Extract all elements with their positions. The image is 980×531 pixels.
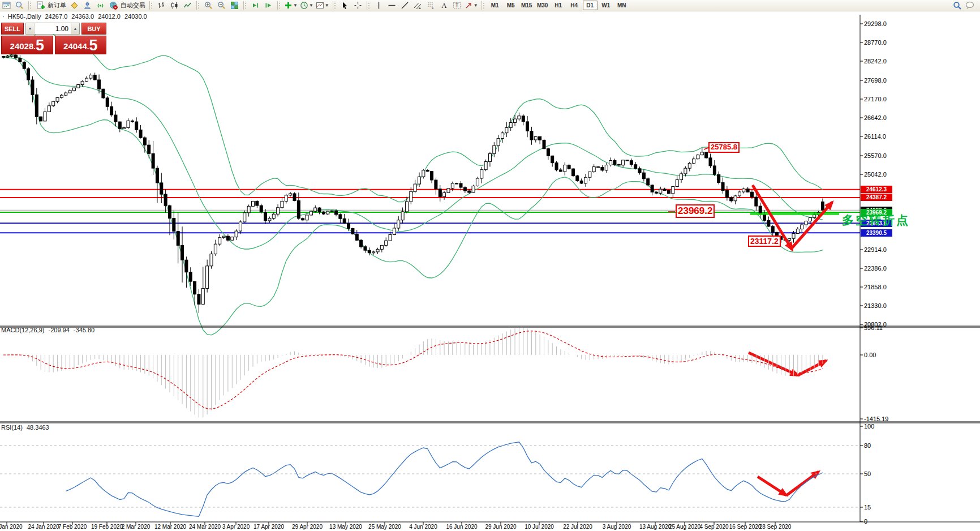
chart-bullet-icon: ·	[2, 13, 5, 20]
date-label: 16 Jun 2020	[446, 524, 477, 530]
price-tick-label: 27170.0	[864, 96, 887, 102]
date-label: 4 Jun 2020	[409, 524, 437, 530]
pane-frame	[0, 15, 980, 525]
price-tick-label: 26642.0	[864, 114, 887, 121]
price-tag-24387.2: 24387.2	[861, 194, 892, 201]
date-label: 7 Feb 2020	[58, 524, 87, 530]
date-label: 14 Jan 2020	[0, 524, 23, 530]
macd-tick-label: -1415.19	[864, 416, 888, 422]
bollinger-bands	[3, 29, 823, 335]
date-label: 24 Mar 2020	[189, 524, 221, 530]
date-label: 29 Apr 2020	[292, 524, 323, 530]
date-label: 22 Jul 2020	[563, 524, 592, 530]
rsi-pane	[0, 442, 860, 517]
macd-label: MACD(12,26,9) -209.94 -345.80	[1, 327, 94, 333]
rsi-tick-label: 80	[864, 442, 871, 449]
sell-price-main: 24028	[10, 40, 34, 53]
macd-pane	[3, 328, 823, 418]
date-label: 17 Apr 2020	[253, 524, 284, 530]
ohlc-close: 24030.0	[124, 13, 147, 20]
ohlc-open: 24267.0	[45, 13, 67, 20]
date-label: 25 Aug 2020	[669, 524, 700, 530]
date-label: 10 Jul 2020	[525, 524, 554, 530]
price-tick-label: 26114.0	[864, 133, 886, 140]
date-label: 3 Apr 2020	[222, 524, 250, 530]
price-tick-label: 29298.0	[864, 20, 887, 27]
date-label: 29 Jun 2020	[485, 524, 516, 530]
rsi-tick-label: 50	[864, 470, 871, 477]
volume-increase-button[interactable]: ▲	[71, 23, 79, 34]
rsi-tick-label: 0	[864, 518, 867, 525]
rsi-label: RSI(14) 48.3463	[1, 424, 49, 431]
volume-stepper: ▼ 1.00 ▲	[25, 23, 80, 35]
date-label: 2 Mar 2020	[122, 524, 151, 530]
rsi-tick-label: 15	[864, 504, 871, 511]
price-chart-canvas[interactable]	[0, 0, 980, 531]
date-label: 4 Sep 2020	[699, 524, 728, 530]
date-label: 24 Jan 2020	[28, 524, 59, 530]
ohlc-high: 24363.0	[71, 13, 94, 20]
rsi-tick-label: 100	[864, 423, 874, 430]
date-label: 16 Sep 2020	[729, 524, 762, 530]
date-label: 25 May 2020	[368, 524, 401, 530]
buy-price-main: 24044	[63, 40, 87, 53]
macd-tick-label: 0.00	[864, 352, 876, 358]
candles	[2, 53, 824, 313]
price-callout-23969[interactable]: 23969.2	[676, 204, 715, 218]
price-tick-label: 21858.0	[864, 284, 887, 290]
price-callout-25785[interactable]: 25785.8	[708, 142, 740, 153]
price-tag-23390.5: 23390.5	[861, 229, 892, 237]
date-label: 19 Feb 2020	[91, 524, 123, 530]
buy-price-panel[interactable]: 24044.5	[55, 36, 107, 54]
ohlc-low: 24012.0	[98, 13, 121, 20]
date-label: 28 Sep 2020	[759, 524, 792, 530]
date-label: 13 Aug 2020	[639, 524, 671, 530]
sell-price-panel[interactable]: 24028.5	[1, 36, 53, 54]
buy-price-pip: 5	[89, 38, 97, 53]
price-callout-23117[interactable]: 23117.2	[748, 235, 781, 247]
price-tick-label: 25042.0	[864, 171, 887, 178]
macd-tick-label: 596.11	[864, 324, 883, 331]
date-label: 13 May 2020	[329, 524, 362, 530]
volume-input[interactable]: 1.00	[34, 23, 71, 34]
buy-button[interactable]: BUY	[81, 23, 106, 35]
chart-title: · HK50-,Daily 24267.0 24363.0 24012.0 24…	[2, 13, 147, 20]
price-tick-label: 22386.0	[864, 265, 887, 272]
price-tick-label: 22914.0	[864, 246, 887, 253]
price-tick-label: 28770.0	[864, 39, 887, 46]
sell-price-pip: 5	[36, 38, 44, 53]
price-tick-label: 28242.0	[864, 58, 887, 65]
date-label: 3 Aug 2020	[603, 524, 631, 530]
turning-point-note[interactable]: 多空转折点	[842, 212, 910, 228]
date-label: 12 Mar 2020	[154, 524, 186, 530]
price-tick-label: 21330.0	[864, 302, 887, 309]
price-tick-label: 25570.0	[864, 152, 887, 159]
symbol-period-label: HK50-,Daily	[8, 13, 41, 20]
price-tick-label: 27698.0	[864, 77, 887, 84]
volume-decrease-button[interactable]: ▼	[26, 23, 34, 34]
one-click-trading-panel: SELL ▼ 1.00 ▲ BUY 24028.5 24044.5	[1, 23, 106, 54]
price-tag-24612.3: 24612.3	[861, 186, 892, 193]
horizontal-lines	[0, 190, 860, 233]
sell-button[interactable]: SELL	[1, 23, 24, 35]
